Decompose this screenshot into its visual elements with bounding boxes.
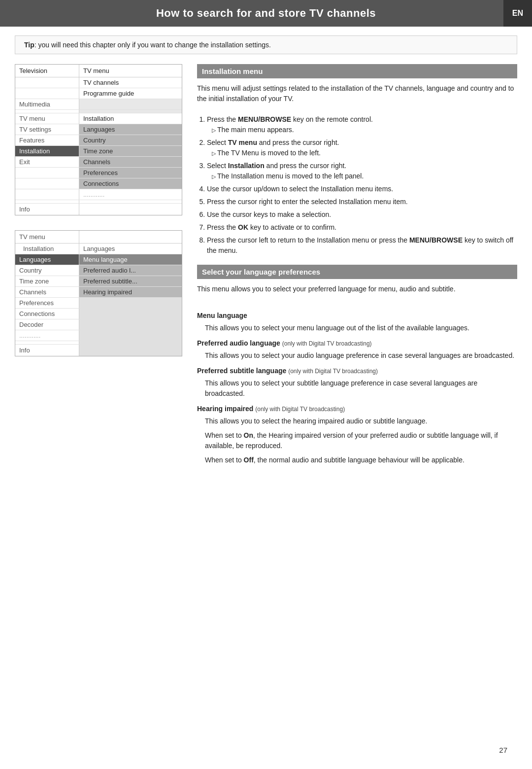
menu2-left-channels: Channels <box>15 287 79 297</box>
menu2-right-prefsubtitle: Preferred subtitle... <box>79 276 182 286</box>
page-header: How to search for and store TV channels … <box>0 0 532 27</box>
menu2-right-e4 <box>79 330 182 341</box>
menu1-left-s3 <box>15 168 79 178</box>
menu2-left-info: Info <box>15 345 79 356</box>
menu1-left-header: Television <box>15 65 79 77</box>
menu1-right-progguide: Programme guide <box>79 88 182 99</box>
menu2-right-e3 <box>79 319 182 330</box>
menu1-right-dots: ............ <box>79 189 182 200</box>
pref-subtitle-title: Preferred subtitle language (only with D… <box>197 366 517 376</box>
step-5: Press the cursor right to enter the sele… <box>207 197 517 207</box>
menu1-right-empty1 <box>79 99 182 109</box>
menu2-left-timezone: Time zone <box>15 276 79 286</box>
menu-language-title: Menu language <box>197 311 517 321</box>
menu-language-body: This allows you to select your menu lang… <box>197 323 517 333</box>
menu1-right-channels: Channels <box>79 157 182 167</box>
pref-subtitle-body: This allows you to select your subtitle … <box>197 378 517 399</box>
menu1-left-exit: Exit <box>15 157 79 167</box>
step-2: Select TV menu and press the cursor righ… <box>207 138 517 158</box>
menu1-left-features: Features <box>15 135 79 145</box>
menu1-right-connections: Connections <box>79 178 182 189</box>
menu2-left-installation: Installation <box>15 244 79 254</box>
menu2-left-tvmenu: TV menu <box>15 231 79 243</box>
language-prefs-header: Select your language preferences <box>197 265 517 279</box>
menu2-right-e2 <box>79 309 182 319</box>
menu1-left-s5 <box>15 189 79 200</box>
menu2-right-hearing: Hearing impaired <box>79 287 182 297</box>
menu1-left-spacer1 <box>15 88 79 99</box>
hearing-body1: This allows you to select the hearing im… <box>197 416 517 426</box>
step-7: Press the OK key to activate or to confi… <box>207 222 517 233</box>
step-8: Press the cursor left to return to the I… <box>207 235 517 256</box>
menu1-left-tvsettings: TV settings <box>15 124 79 135</box>
menu1-left-tvchannel <box>15 77 79 88</box>
menu1-left-installation: Installation <box>15 146 79 156</box>
step-3: Select Installation and press the cursor… <box>207 161 517 181</box>
menu1-right-preferences: Preferences <box>79 168 182 178</box>
right-column: Installation menu This menu will adjust … <box>197 64 517 474</box>
menu1-left-s4 <box>15 178 79 189</box>
menu2-right-e1 <box>79 298 182 308</box>
step-6: Use the cursor keys to make a selection. <box>207 210 517 220</box>
menu1-right-languages: Languages <box>79 124 182 135</box>
tip-box: Tip: you will need this chapter only if … <box>15 35 517 54</box>
installation-menu-diagram: Television TV menu TV channels Programme… <box>15 64 182 215</box>
installation-intro: This menu will adjust settings related t… <box>197 83 517 104</box>
hearing-title: Hearing impaired (only with Digital TV b… <box>197 404 517 414</box>
menu2-right-languages-label: Languages <box>79 244 182 254</box>
installation-steps: Press the MENU/BROWSE key on the remote … <box>197 114 517 256</box>
menu1-right-installation: Installation <box>79 113 182 124</box>
menu1-left-s6 <box>15 200 79 203</box>
hearing-body2: When set to On, the Hearing impaired ver… <box>197 430 517 451</box>
menu2-left-country: Country <box>15 265 79 276</box>
menu1-right-end <box>79 204 182 215</box>
menu1-left-info: Info <box>15 204 79 215</box>
menu2-left-connections: Connections <box>15 309 79 319</box>
menu1-left-spacer2 <box>15 110 79 113</box>
tip-label: Tip: you will need this chapter only if … <box>24 41 271 49</box>
menu2-left-dots: ............ <box>15 330 79 341</box>
step-1: Press the MENU/BROWSE key on the remote … <box>207 114 517 135</box>
menu2-right-e5 <box>79 341 182 344</box>
language-prefs-content: This menu allows you to select your pref… <box>197 284 517 465</box>
menu2-left-preferences: Preferences <box>15 298 79 308</box>
pref-audio-body: This allows you to select your audio lan… <box>197 350 517 361</box>
step-4: Use the cursor up/down to select the Ins… <box>207 184 517 194</box>
menu1-right-header: TV menu <box>79 65 182 77</box>
menu1-right-tvchannel: TV channels <box>79 77 182 88</box>
language-prefs-intro: This menu allows you to select your pref… <box>197 284 517 294</box>
page-number: 27 <box>499 746 507 754</box>
hearing-body3: When set to Off, the normal audio and su… <box>197 455 517 465</box>
menu1-right-s1 <box>79 200 182 203</box>
pref-audio-title: Preferred audio language (only with Digi… <box>197 338 517 349</box>
menu1-right-country: Country <box>79 135 182 145</box>
languages-menu-diagram: TV menu Installation Languages Languages… <box>15 230 182 356</box>
page-title: How to search for and store TV channels <box>156 7 376 20</box>
menu1-left-multimedia: Multimedia <box>15 99 79 109</box>
menu2-right-e6 <box>79 345 182 356</box>
installation-menu-header: Installation menu <box>197 64 517 78</box>
menu2-right-menulang: Menu language <box>79 254 182 265</box>
menu1-right-timezone: Time zone <box>79 146 182 156</box>
installation-menu-content: This menu will adjust settings related t… <box>197 83 517 256</box>
menu2-right-prefaudio: Preferred audio l... <box>79 265 182 276</box>
main-content: Television TV menu TV channels Programme… <box>0 59 532 479</box>
language-badge: EN <box>503 0 532 27</box>
menu1-left-tvmenu: TV menu <box>15 113 79 124</box>
menu2-left-decoder: Decoder <box>15 319 79 330</box>
menu2-left-s1 <box>15 341 79 344</box>
menu2-left-languages-sel: Languages <box>15 254 79 265</box>
menu1-right-empty2 <box>79 110 182 113</box>
menu2-right-top <box>79 231 182 243</box>
left-column: Television TV menu TV channels Programme… <box>15 64 182 474</box>
